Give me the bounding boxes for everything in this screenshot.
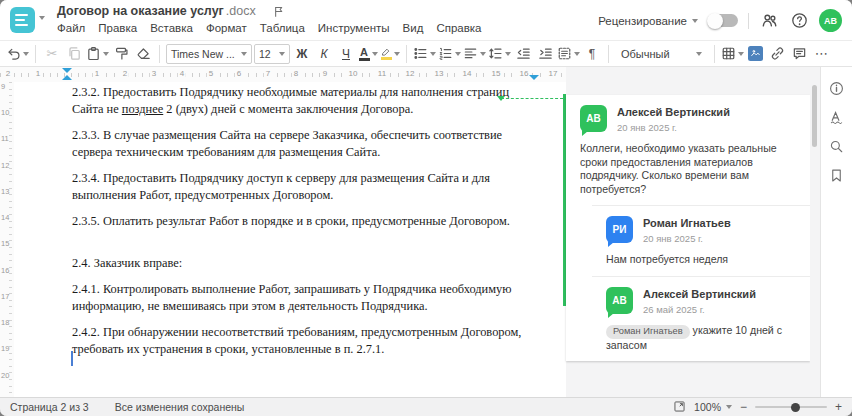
comments-scroll-track[interactable] (810, 67, 820, 397)
zoom-out-button[interactable]: − (740, 402, 747, 412)
ruler-number: 14 (1, 212, 9, 223)
zoom-slider-handle[interactable] (791, 403, 800, 412)
paragraph-settings-button[interactable] (557, 43, 580, 65)
underline-button[interactable]: Ч (336, 43, 356, 65)
menu-table[interactable]: Таблица (260, 22, 305, 34)
numbered-list-button[interactable] (438, 43, 461, 65)
menu-tools[interactable]: Инструменты (318, 22, 390, 34)
insert-table-caret-icon[interactable] (738, 52, 744, 56)
clear-format-button[interactable] (133, 43, 153, 65)
ruler-number: 13 (1, 186, 9, 197)
paste-caret-icon[interactable] (103, 52, 109, 56)
right-indent-marker[interactable] (529, 75, 539, 80)
more-tools-button[interactable]: ⋯ (812, 43, 832, 65)
copy-button[interactable] (64, 43, 84, 65)
logo-caret-icon[interactable] (39, 16, 45, 20)
zoom-slider[interactable] (755, 406, 827, 408)
menu-insert[interactable]: Вставка (150, 22, 193, 34)
zoom-level-value: 100% (694, 401, 721, 413)
numbered-list-caret-icon[interactable] (455, 52, 461, 56)
insert-link-button[interactable] (768, 43, 788, 65)
comment-reply[interactable]: РИ Роман Игнатьев 20 янв 2025 г. Нам пот… (592, 205, 810, 276)
vertical-ruler[interactable]: 9 10 11 12 13 14 15 16 17 18 19 20 (0, 82, 14, 397)
paragraph-2-3-4: 2.3.4. Предоставить Подрядчику доступ к … (72, 170, 538, 204)
insert-comment-button[interactable] (790, 43, 810, 65)
show-paragraph-marks-button[interactable]: ¶ (582, 43, 602, 65)
decrease-indent-button[interactable] (513, 43, 533, 65)
paragraph-2-4-2: 2.4.2. При обнаружении несоответствий тр… (72, 324, 538, 358)
font-size-select[interactable]: 12 (254, 44, 290, 64)
increase-indent-button[interactable] (535, 43, 555, 65)
ruler-number: 5 (207, 69, 215, 79)
review-mode-dropdown[interactable]: Рецензирование (598, 15, 698, 27)
insert-table-button[interactable] (721, 43, 744, 65)
header-divider (748, 13, 749, 29)
ruler-number: 11 (376, 69, 388, 79)
ruler-number: 14 (461, 69, 474, 79)
app-logo-menu-icon[interactable] (10, 7, 35, 33)
search-icon[interactable] (828, 137, 846, 155)
toolbar-divider (608, 45, 609, 63)
undo-button[interactable] (6, 43, 29, 65)
ruler-number: 13 (433, 69, 446, 79)
flag-icon[interactable] (272, 5, 285, 18)
align-button[interactable] (463, 43, 486, 65)
first-line-indent-marker[interactable] (62, 68, 72, 73)
font-color-button[interactable]: А (358, 43, 378, 65)
menu-edit[interactable]: Правка (98, 22, 137, 34)
menu-help[interactable]: Справка (436, 22, 481, 34)
zoom-in-button[interactable]: + (835, 402, 842, 412)
line-spacing-button[interactable] (488, 43, 511, 65)
ruler-number: 10 (1, 107, 9, 118)
italic-button[interactable]: К (314, 43, 334, 65)
main-area: 9 10 11 12 13 14 15 16 17 18 19 20 2.3.2… (0, 82, 852, 397)
comments-scrollbar[interactable] (812, 85, 817, 147)
bullet-list-button[interactable] (413, 43, 436, 65)
document-page[interactable]: 2.3.2. Предоставить Подрядчику необходим… (14, 82, 563, 397)
menu-format[interactable]: Формат (206, 22, 247, 34)
comment-author: Алексей Вертинский (643, 288, 756, 301)
align-caret-icon[interactable] (480, 52, 486, 56)
menu-view[interactable]: Вид (403, 22, 424, 34)
paragraph-settings-caret-icon[interactable] (574, 52, 580, 56)
cut-button[interactable]: ✂ (42, 43, 62, 65)
fit-to-width-icon[interactable] (673, 400, 686, 415)
collaboration-users-icon[interactable] (759, 11, 779, 31)
undo-caret-icon[interactable] (23, 52, 29, 56)
horizontal-ruler[interactable]: 2 1 1 2 3 4 5 6 7 8 9 10 11 12 13 14 15 … (0, 67, 590, 82)
font-name-select[interactable]: Times New ... (166, 44, 252, 64)
highlight-color-button[interactable] (380, 43, 400, 65)
ruler-number: 19 (1, 343, 9, 354)
comment-reply[interactable]: АВ Алексей Вертинский 26 май 2025 г. Ром… (592, 276, 810, 362)
help-icon[interactable] (789, 11, 809, 31)
toolbar-divider (159, 45, 160, 63)
zoom-level-select[interactable]: 100% (694, 401, 732, 413)
bookmark-icon[interactable] (828, 166, 846, 184)
paragraph-style-select[interactable]: Обычный (615, 48, 708, 60)
left-indent-marker[interactable] (62, 75, 72, 80)
toolbar-divider (35, 45, 36, 63)
commented-text[interactable]: позднее (122, 102, 163, 116)
comment-author: Алексей Вертинский (617, 106, 730, 119)
comment-item[interactable]: АВ Алексей Вертинский 20 янв 2025 г. Кол… (566, 95, 810, 205)
mention-pill[interactable]: Роман Игнатьев (606, 325, 690, 339)
highlight-caret-icon[interactable] (394, 52, 400, 56)
page-indicator[interactable]: Страница 2 из 3 (10, 401, 89, 413)
comment-author: Роман Игнатьев (643, 217, 731, 230)
user-avatar[interactable]: АВ (819, 9, 842, 32)
review-toggle[interactable] (708, 14, 738, 27)
bullet-list-caret-icon[interactable] (430, 52, 436, 56)
bold-button[interactable]: Ж (292, 43, 312, 65)
save-status: Все изменения сохранены (115, 401, 245, 413)
ruler-number: 1 (93, 69, 101, 79)
menu-file[interactable]: Файл (57, 22, 85, 34)
spellcheck-icon[interactable] (828, 108, 846, 126)
paste-button[interactable] (86, 43, 109, 65)
format-painter-button[interactable] (111, 43, 131, 65)
font-color-caret-icon[interactable] (372, 52, 378, 56)
comment-thread[interactable]: АВ Алексей Вертинский 20 янв 2025 г. Кол… (566, 95, 810, 361)
document-info-icon[interactable] (828, 79, 846, 97)
line-spacing-caret-icon[interactable] (505, 52, 511, 56)
review-caret-icon (692, 19, 698, 23)
insert-image-button[interactable] (746, 43, 766, 65)
